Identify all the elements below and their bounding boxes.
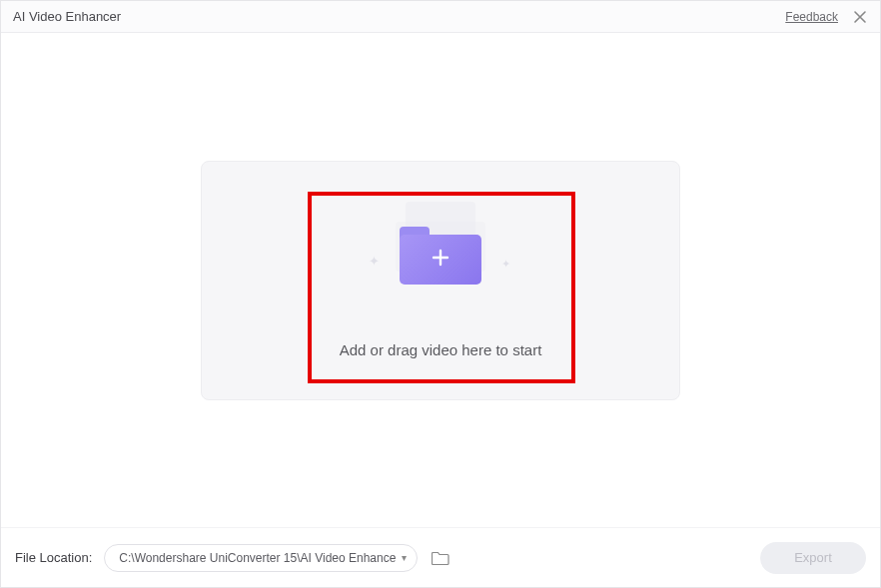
export-label: Export bbox=[794, 550, 832, 565]
close-icon bbox=[853, 10, 867, 24]
feedback-link[interactable]: Feedback bbox=[785, 10, 838, 24]
plus-icon bbox=[432, 249, 449, 271]
folder-plus-icon bbox=[400, 227, 481, 285]
titlebar: AI Video Enhancer Feedback bbox=[1, 1, 880, 33]
chevron-down-icon: ▾ bbox=[402, 552, 407, 563]
browse-folder-button[interactable] bbox=[432, 550, 449, 566]
file-location-path: C:\Wondershare UniConverter 15\AI Video … bbox=[119, 551, 402, 565]
footer: File Location: C:\Wondershare UniConvert… bbox=[1, 527, 880, 587]
file-location-label: File Location: bbox=[15, 550, 92, 565]
sparkle-icon: ✦ bbox=[501, 258, 510, 271]
app-window: AI Video Enhancer Feedback ✦ ✦ bbox=[0, 0, 881, 588]
app-title: AI Video Enhancer bbox=[13, 9, 785, 24]
sparkle-icon: ✦ bbox=[369, 254, 380, 269]
file-location-select[interactable]: C:\Wondershare UniConverter 15\AI Video … bbox=[104, 544, 418, 572]
dropzone[interactable]: ✦ ✦ Add or drag video here to start bbox=[201, 161, 680, 400]
content-area: ✦ ✦ Add or drag video here to start bbox=[1, 33, 880, 527]
folder-icon bbox=[432, 550, 449, 566]
close-button[interactable] bbox=[852, 9, 868, 25]
folder-illustration: ✦ ✦ bbox=[371, 202, 510, 292]
export-button[interactable]: Export bbox=[760, 542, 866, 574]
